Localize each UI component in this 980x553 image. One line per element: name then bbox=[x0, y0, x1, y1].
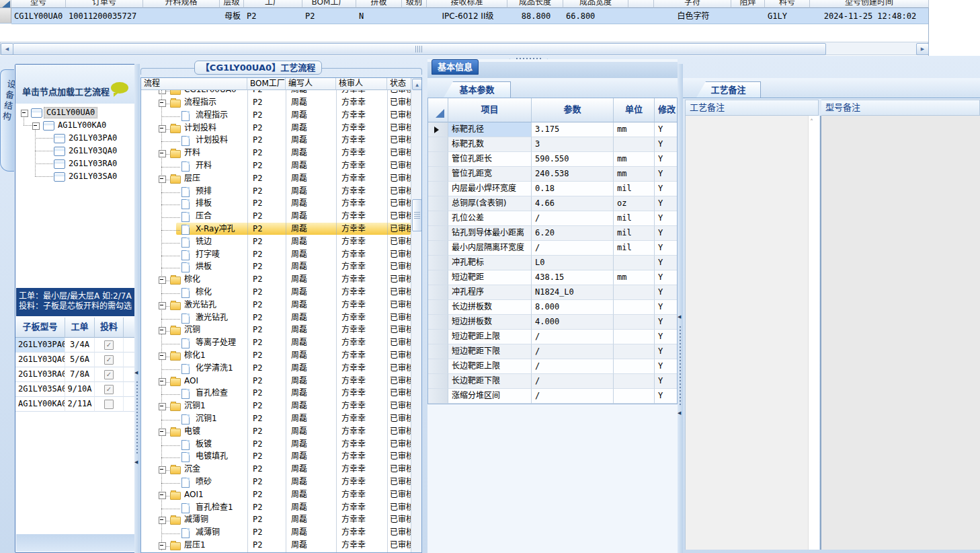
params-modify-cell[interactable]: Y bbox=[655, 389, 678, 404]
params-item-cell[interactable]: 长边拼板数 bbox=[448, 300, 532, 315]
params-column-header[interactable]: 单位 bbox=[614, 98, 655, 122]
flow-expand-toggle[interactable] bbox=[159, 100, 166, 107]
flow-row[interactable]: 流程指示P2周磊方幸幸已审核 bbox=[141, 109, 411, 122]
params-unit-cell[interactable]: mil bbox=[614, 211, 655, 226]
flow-row[interactable]: 电镀P2周磊方幸幸已审核 bbox=[141, 425, 411, 438]
params-modify-cell[interactable]: Y bbox=[655, 152, 678, 167]
params-item-cell[interactable]: 孔位公差 bbox=[448, 211, 532, 226]
flow-expand-toggle[interactable] bbox=[159, 276, 166, 284]
params-row-selector[interactable] bbox=[428, 182, 448, 196]
feed-checkbox[interactable]: ✓ bbox=[104, 340, 114, 350]
column-header[interactable]: 料号 bbox=[765, 0, 810, 8]
flow-row[interactable]: 开料P2周磊方幸幸已审核 bbox=[141, 159, 411, 172]
params-row-selector[interactable] bbox=[428, 315, 448, 330]
column-header[interactable]: 接收标准 bbox=[427, 0, 507, 8]
params-modify-cell[interactable]: Y bbox=[655, 359, 678, 374]
params-value-cell[interactable]: N1824_L0 bbox=[532, 285, 614, 300]
process-flow-scrollbar[interactable]: ▲ bbox=[411, 78, 421, 552]
feed-checkbox[interactable] bbox=[104, 400, 114, 409]
params-modify-cell[interactable]: Y bbox=[655, 270, 678, 285]
params-row-selector[interactable] bbox=[428, 152, 448, 167]
flow-row[interactable]: 铣边P2周磊方幸幸已审核 bbox=[141, 235, 411, 248]
flow-expand-toggle[interactable] bbox=[159, 302, 166, 309]
flow-expand-toggle[interactable] bbox=[159, 429, 166, 436]
flow-row[interactable]: 棕化1P2周磊方幸幸已审核 bbox=[141, 349, 411, 362]
flow-column-header[interactable]: 编写人 bbox=[286, 78, 336, 90]
flow-row[interactable]: 打字唛P2周磊方幸幸已审核 bbox=[141, 248, 411, 261]
params-unit-cell[interactable]: mm bbox=[614, 167, 655, 182]
params-value-cell[interactable]: / bbox=[532, 344, 614, 359]
flow-expand-toggle[interactable] bbox=[159, 466, 166, 474]
params-item-cell[interactable]: 总铜厚(含表铜) bbox=[448, 196, 532, 211]
params-unit-cell[interactable]: mil bbox=[614, 182, 655, 196]
params-unit-cell[interactable]: mil bbox=[614, 241, 655, 256]
params-value-cell[interactable]: L0 bbox=[532, 256, 614, 270]
params-value-cell[interactable]: 0.18 bbox=[532, 182, 614, 196]
subboard-model-cell[interactable]: 2G1LY03QA0 bbox=[15, 353, 65, 367]
params-value-cell[interactable]: 4.66 bbox=[532, 196, 614, 211]
scroll-up-button[interactable]: ▲ bbox=[412, 79, 422, 90]
params-item-cell[interactable]: 短边靶距上限 bbox=[448, 330, 532, 344]
flow-row[interactable]: 减薄铜P2周磊方幸幸已审核 bbox=[141, 526, 411, 539]
vertical-splitter-right[interactable]: ◀ ◀ bbox=[678, 64, 683, 553]
subboard-order-cell[interactable]: 3/4A bbox=[65, 338, 95, 353]
params-value-cell[interactable]: 8.000 bbox=[532, 300, 614, 315]
tree-node[interactable]: AG1LY00KA0 bbox=[15, 119, 138, 132]
params-value-cell[interactable]: / bbox=[532, 374, 614, 389]
params-column-header[interactable]: 项目 bbox=[448, 98, 532, 122]
flow-row[interactable]: 流程指示P2周磊方幸幸已审核 bbox=[141, 96, 411, 109]
flow-row[interactable]: 开料P2周磊方幸幸已审核 bbox=[141, 147, 411, 159]
params-unit-cell[interactable]: mm bbox=[614, 122, 655, 137]
remarks-scrollbar[interactable]: ˄ bbox=[808, 116, 819, 550]
flow-column-header[interactable]: 状态 bbox=[387, 78, 412, 90]
params-item-cell[interactable]: 管位孔距长 bbox=[448, 152, 532, 167]
tree-node[interactable]: 2G1LY03QA0 bbox=[15, 145, 138, 157]
params-modify-cell[interactable]: Y bbox=[655, 374, 678, 389]
flow-row[interactable]: X-Ray冲孔P2周磊方幸幸已审核 bbox=[141, 223, 411, 235]
params-column-header[interactable]: 参数 bbox=[532, 98, 614, 122]
params-modify-cell[interactable]: Y bbox=[655, 137, 678, 152]
params-unit-cell[interactable] bbox=[614, 256, 655, 270]
flow-row[interactable]: 盲孔检查P2周磊方幸幸已审核 bbox=[141, 387, 411, 400]
tree-expand-toggle[interactable] bbox=[21, 110, 28, 117]
flow-row[interactable]: AOIP2周磊方幸幸已审核 bbox=[141, 375, 411, 388]
params-value-cell[interactable]: / bbox=[532, 389, 614, 404]
params-modify-cell[interactable]: Y bbox=[655, 256, 678, 270]
params-value-cell[interactable]: 240.538 bbox=[532, 167, 614, 182]
subboard-order-cell[interactable]: 2/11A bbox=[65, 397, 95, 412]
params-value-cell[interactable]: / bbox=[532, 211, 614, 226]
model-remarks-textarea[interactable] bbox=[821, 116, 980, 550]
params-item-cell[interactable]: 长边靶距上限 bbox=[448, 359, 532, 374]
params-row-selector[interactable] bbox=[428, 330, 448, 344]
tree-node[interactable]: CG1LY00UA0 bbox=[15, 106, 138, 119]
params-unit-cell[interactable]: mm bbox=[614, 270, 655, 285]
scroll-left-button[interactable]: ◀ bbox=[1, 43, 13, 55]
tree-node-label[interactable]: 2G1LY03QA0 bbox=[67, 146, 119, 156]
params-unit-cell[interactable]: oz bbox=[614, 196, 655, 211]
flow-row[interactable]: 层压1P2周磊方幸幸已审核 bbox=[141, 539, 411, 552]
params-row-selector[interactable] bbox=[428, 344, 448, 359]
subboard-model-cell[interactable]: 2G1LY03RA0 bbox=[15, 367, 65, 382]
select-all-icon[interactable] bbox=[436, 109, 444, 118]
params-unit-cell[interactable] bbox=[614, 330, 655, 344]
process-remarks-textarea[interactable] bbox=[685, 116, 809, 550]
params-value-cell[interactable]: 438.15 bbox=[532, 270, 614, 285]
params-unit-cell[interactable] bbox=[614, 285, 655, 300]
flow-row[interactable]: 激光钻孔P2周磊方幸幸已审核 bbox=[141, 299, 411, 311]
params-row-selector[interactable] bbox=[428, 285, 448, 300]
flow-expand-toggle[interactable] bbox=[159, 176, 166, 183]
params-value-cell[interactable]: 590.550 bbox=[532, 152, 614, 167]
flow-row[interactable]: 棕化P2周磊方幸幸已审核 bbox=[141, 273, 411, 286]
column-header[interactable]: 订单号 bbox=[66, 0, 143, 8]
tree-node-label[interactable]: 2G1LY03SA0 bbox=[67, 172, 119, 182]
scrollbar-thumb[interactable] bbox=[412, 199, 422, 231]
params-unit-cell[interactable] bbox=[614, 300, 655, 315]
params-item-cell[interactable]: 冲孔靶标 bbox=[448, 256, 532, 270]
tree-node-label[interactable]: CG1LY00UA0 bbox=[44, 107, 97, 118]
feed-checkbox[interactable]: ✓ bbox=[104, 385, 114, 394]
subboard-column-header[interactable]: 子板型号 bbox=[15, 318, 65, 338]
horizontal-scrollbar[interactable]: ◀ ▶ bbox=[0, 42, 928, 55]
params-item-cell[interactable]: 短边靶距 bbox=[448, 270, 532, 285]
subboard-order-cell[interactable]: 7/8A bbox=[65, 367, 95, 382]
params-item-cell[interactable]: 短边靶距下限 bbox=[448, 344, 532, 359]
